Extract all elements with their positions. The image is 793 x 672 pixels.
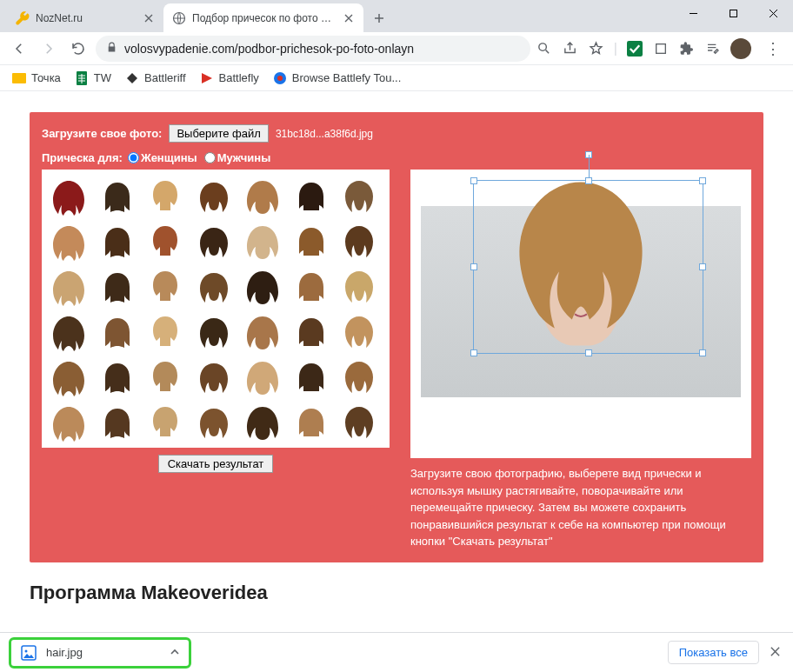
hairstyle-thumb[interactable]: [192, 175, 236, 218]
profile-avatar[interactable]: [730, 38, 751, 59]
reload-button[interactable]: [66, 37, 90, 61]
section-heading: Программа Makeoveridea: [30, 582, 763, 604]
chevron-up-icon[interactable]: [170, 645, 180, 661]
browser-tab-active[interactable]: Подбор причесок по фото онла: [163, 3, 363, 32]
lock-icon: [106, 42, 117, 56]
hairstyle-thumb[interactable]: [337, 356, 381, 399]
hairstyle-thumb[interactable]: [143, 356, 187, 399]
reading-list-icon[interactable]: [704, 40, 722, 57]
hairstyle-thumb[interactable]: [96, 175, 139, 218]
bookmarks-bar: Точка TW Battleriff Battlefly Browse Bat…: [0, 65, 793, 91]
hairstyle-thumb[interactable]: [290, 356, 333, 399]
hairstyle-thumb[interactable]: [96, 220, 139, 263]
hairstyle-thumb[interactable]: [96, 265, 139, 309]
new-tab-button[interactable]: [367, 6, 391, 30]
hairstyle-thumb[interactable]: [143, 310, 187, 354]
hairstyle-thumb[interactable]: [96, 401, 139, 444]
hairstyle-thumb[interactable]: [290, 401, 333, 444]
extensions-puzzle-icon[interactable]: [678, 40, 696, 57]
kebab-menu-icon[interactable]: ⋮: [760, 39, 786, 58]
radio-female[interactable]: [128, 152, 139, 163]
hairstyle-thumb[interactable]: [192, 356, 236, 399]
hairstyle-thumb[interactable]: [143, 175, 187, 218]
address-bar[interactable]: volosvypadenie.com/podbor-prichesok-po-f…: [96, 36, 530, 62]
bookmark-item[interactable]: Battleriff: [120, 68, 190, 89]
resize-handle[interactable]: [585, 177, 592, 184]
download-result-button[interactable]: Скачать результат: [158, 455, 274, 473]
hairstyle-thumb[interactable]: [47, 220, 90, 263]
hairstyle-thumb[interactable]: [241, 310, 284, 354]
site-icon: [125, 71, 139, 85]
hairstyle-thumb[interactable]: [192, 220, 236, 263]
hairstyle-thumb[interactable]: [47, 401, 90, 444]
choose-file-button[interactable]: Выберите файл: [169, 124, 268, 143]
bookmark-item[interactable]: Точка: [7, 68, 66, 89]
maximize-button[interactable]: [713, 0, 753, 26]
hairstyle-thumb[interactable]: [241, 401, 284, 444]
star-icon[interactable]: [588, 40, 605, 57]
hairstyle-thumb[interactable]: [241, 220, 284, 263]
hairstyle-thumb[interactable]: [290, 310, 333, 354]
svg-point-8: [277, 76, 283, 81]
resize-handle[interactable]: [470, 349, 477, 356]
download-item[interactable]: hair.jpg: [9, 637, 191, 669]
preview-canvas[interactable]: [410, 170, 751, 458]
hairstyle-thumb[interactable]: [337, 401, 381, 444]
hairstyle-thumb[interactable]: [143, 401, 187, 444]
hairstyle-thumb[interactable]: [290, 220, 333, 263]
close-icon[interactable]: [143, 12, 155, 24]
hairstyle-thumb[interactable]: [241, 175, 284, 218]
gender-female-option[interactable]: Женщины: [128, 151, 197, 164]
hairstyle-thumb[interactable]: [96, 356, 139, 399]
hairstyle-thumb[interactable]: [96, 310, 139, 354]
hairstyle-thumb[interactable]: [192, 310, 236, 354]
extension-icon[interactable]: [652, 40, 670, 57]
close-icon[interactable]: [766, 642, 784, 664]
hairstyle-thumb[interactable]: [143, 220, 187, 263]
resize-handle[interactable]: [585, 349, 592, 356]
gender-label: Прическа для:: [42, 151, 123, 164]
show-all-downloads-button[interactable]: Показать все: [668, 641, 759, 664]
upload-label: Загрузите свое фото:: [42, 127, 162, 140]
hairstyle-thumb[interactable]: [241, 265, 284, 309]
hairstyle-thumb[interactable]: [192, 401, 236, 444]
window-close-button[interactable]: [753, 0, 793, 26]
hairstyle-thumb[interactable]: [47, 310, 90, 354]
hairstyle-thumb[interactable]: [241, 356, 284, 399]
browser-tab[interactable]: NozNet.ru: [7, 3, 163, 32]
hairstyle-thumb[interactable]: [337, 310, 381, 354]
transform-box[interactable]: [473, 180, 703, 354]
hairstyle-thumb[interactable]: [47, 175, 90, 218]
resize-handle[interactable]: [470, 263, 477, 270]
checkmark-extension-icon[interactable]: [626, 40, 643, 57]
close-icon[interactable]: [343, 12, 355, 24]
gender-male-option[interactable]: Мужчины: [204, 151, 271, 164]
forward-button[interactable]: [37, 37, 61, 61]
share-icon[interactable]: [562, 40, 579, 57]
back-button[interactable]: [7, 37, 31, 61]
hairstyle-palette[interactable]: [42, 170, 390, 448]
resize-handle[interactable]: [699, 177, 706, 184]
hairstyle-thumb[interactable]: [337, 265, 381, 309]
hairstyle-thumb[interactable]: [192, 265, 236, 309]
resize-handle[interactable]: [470, 177, 477, 184]
svg-rect-5: [12, 73, 26, 83]
bookmark-item[interactable]: TW: [70, 68, 117, 89]
hairstyle-thumb[interactable]: [290, 265, 333, 309]
hairstyle-thumb[interactable]: [337, 220, 381, 263]
hairstyle-thumb[interactable]: [47, 356, 90, 399]
url-text: volosvypadenie.com/podbor-prichesok-po-f…: [124, 42, 414, 56]
bookmark-item[interactable]: Battlefly: [195, 68, 264, 89]
search-icon[interactable]: [536, 40, 553, 57]
hairstyle-thumb[interactable]: [47, 265, 90, 309]
hairstyle-thumb[interactable]: [143, 265, 187, 309]
resize-handle[interactable]: [699, 349, 706, 356]
resize-handle[interactable]: [699, 263, 706, 270]
radio-male[interactable]: [204, 152, 216, 163]
instructions-text: Загрузите свою фотографию, выберете вид …: [410, 465, 751, 550]
page-viewport[interactable]: Загрузите свое фото: Выберите файл 31bc1…: [0, 91, 793, 632]
bookmark-item[interactable]: Browse Battlefy Tou...: [268, 68, 407, 89]
minimize-button[interactable]: [673, 0, 713, 26]
hairstyle-thumb[interactable]: [290, 175, 333, 218]
hairstyle-thumb[interactable]: [337, 175, 381, 218]
